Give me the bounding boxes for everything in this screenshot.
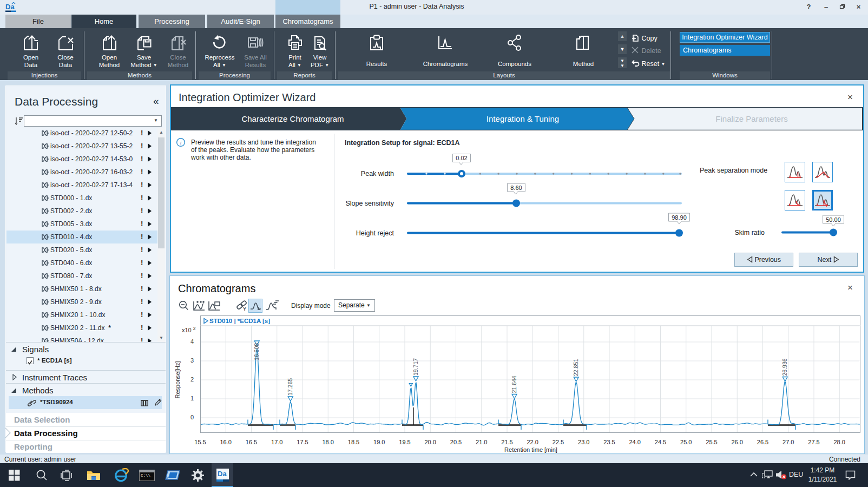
svg-text:Characterize Chromatogram: Characterize Chromatogram	[241, 114, 344, 123]
svg-text:Integration & Tuning: Integration & Tuning	[486, 114, 559, 123]
svg-text:Da: Da	[218, 470, 227, 478]
svg-text:Y: Y	[243, 306, 246, 312]
svg-text:98.90: 98.90	[672, 214, 687, 221]
svg-text:8.60: 8.60	[510, 185, 522, 191]
svg-text:C:\\_: C:\\_	[141, 473, 153, 478]
svg-text:16.608: 16.608	[253, 343, 260, 360]
svg-text:50.00: 50.00	[826, 216, 841, 223]
svg-text:Da: Da	[5, 3, 15, 11]
svg-text:STD010 | *ECD1A [s]: STD010 | *ECD1A [s]	[209, 318, 270, 324]
svg-text:21.644: 21.644	[511, 376, 517, 393]
svg-text:i: i	[180, 139, 181, 146]
svg-text:0.02: 0.02	[456, 155, 467, 161]
svg-text:17.265: 17.265	[287, 378, 293, 396]
svg-text:22.851: 22.851	[573, 359, 579, 376]
svg-text:Finalize Parameters: Finalize Parameters	[715, 114, 787, 123]
svg-text:26.936: 26.936	[781, 358, 788, 376]
svg-text:19.717: 19.717	[412, 358, 419, 376]
